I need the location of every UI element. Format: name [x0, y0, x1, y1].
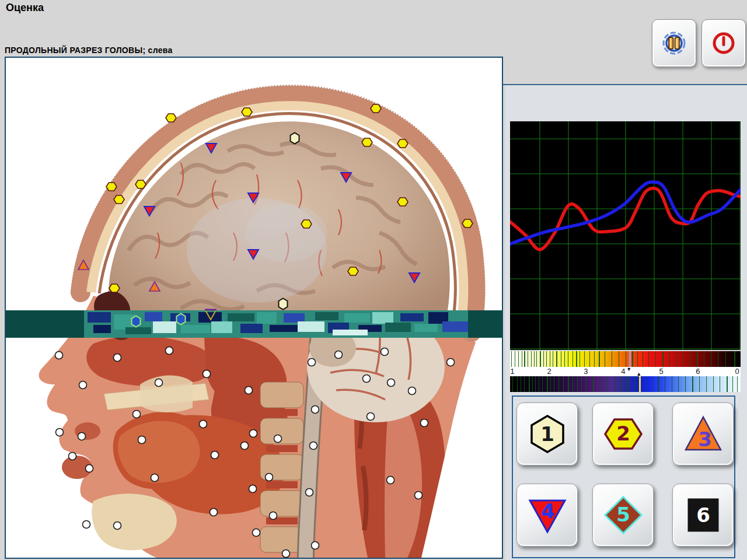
marker-circle-white[interactable] [270, 512, 277, 520]
spectrum-tick [573, 376, 573, 392]
marker-button-4[interactable]: 4 [516, 484, 578, 547]
spectrum-tick [732, 376, 733, 392]
marker-hex-yellow[interactable] [348, 267, 358, 275]
marker-circle-white[interactable] [166, 347, 173, 355]
spectrum-tick [568, 351, 568, 367]
marker-circle-white[interactable] [421, 419, 428, 427]
marker-circle-white[interactable] [245, 387, 253, 394]
marker-circle-white[interactable] [266, 474, 273, 481]
marker-circle-white[interactable] [363, 375, 371, 383]
scale-label: 2 [547, 367, 551, 376]
marker-hex-yellow[interactable] [109, 284, 120, 292]
marker-circle-white[interactable] [200, 421, 207, 428]
marker-hex-yellow[interactable] [135, 180, 146, 188]
marker-circle-white[interactable] [388, 379, 395, 387]
panel-divider [503, 84, 747, 85]
head-illustration[interactable] [6, 58, 502, 558]
marker-circle-white[interactable] [312, 406, 319, 414]
section-label: ПРОДОЛЬНЫЙ РАЗРЕЗ ГОЛОВЫ; слева [5, 46, 173, 55]
spectrum-tick [713, 376, 714, 392]
spectrum-tick [524, 376, 525, 392]
marker-hex-yellow[interactable] [462, 219, 473, 228]
marker-button-1[interactable]: 1 [516, 402, 578, 466]
marker-circle-white[interactable] [203, 370, 211, 378]
marker-circle-white[interactable] [312, 542, 319, 550]
marker-circle-white[interactable] [249, 485, 257, 493]
marker-circle-white[interactable] [211, 452, 219, 459]
marker-button-4-label: 4 [541, 499, 555, 523]
head-section-panel[interactable] [5, 57, 503, 559]
marker-hex-blue[interactable] [177, 314, 186, 325]
marker-hex-yellow[interactable] [362, 138, 372, 146]
marker-circle-white[interactable] [415, 492, 423, 499]
marker-button-6-label: 6 [696, 503, 710, 527]
marker-circle-white[interactable] [151, 474, 159, 482]
scale-label: 6 [696, 367, 700, 376]
diamond-icon: 5 [603, 495, 644, 536]
marker-circle-white[interactable] [367, 413, 375, 421]
marker-circle-white[interactable] [447, 359, 455, 366]
marker-circle-white[interactable] [114, 522, 121, 530]
marker-hex-pale[interactable] [279, 299, 288, 310]
scan-band [6, 310, 502, 338]
marker-hex-yellow[interactable] [301, 220, 312, 228]
marker-circle-white[interactable] [250, 430, 257, 438]
marker-circle-white[interactable] [335, 351, 343, 359]
spectrum-tick [515, 351, 515, 367]
marker-circle-white[interactable] [210, 509, 218, 516]
marker-hex-yellow[interactable] [397, 198, 408, 206]
marker-circle-white[interactable] [114, 354, 121, 362]
marker-circle-white[interactable] [241, 442, 249, 450]
spectrum-tick [532, 376, 533, 392]
pause-resume-button[interactable] [652, 19, 696, 67]
marker-circle-white[interactable] [387, 477, 395, 484]
marker-circle-white[interactable] [306, 489, 313, 496]
marker-circle-white[interactable] [381, 348, 389, 356]
marker-circle-white[interactable] [310, 442, 317, 450]
marker-hex-yellow[interactable] [371, 104, 381, 113]
marker-hex-pale[interactable] [291, 133, 299, 144]
marker-circle-white[interactable] [69, 453, 76, 460]
marker-circle-white[interactable] [79, 382, 87, 389]
spectrum-tick [727, 376, 728, 392]
marker-hex-yellow[interactable] [114, 195, 124, 204]
marker-button-5[interactable]: 5 [592, 484, 654, 547]
spectrum-tick [584, 351, 585, 367]
spectrum-tick [607, 376, 608, 392]
marker-hex-blue[interactable] [132, 316, 141, 327]
power-button[interactable] [701, 19, 746, 67]
spectrum-tick [626, 351, 626, 367]
marker-circle-white[interactable] [155, 379, 163, 387]
marker-button-5-label: 5 [616, 503, 630, 526]
spectrum-bar-bottom [510, 376, 741, 392]
marker-circle-white[interactable] [274, 435, 282, 443]
spectrum-tick [547, 376, 548, 392]
marker-hex-yellow[interactable] [166, 114, 176, 122]
marker-hex-yellow[interactable] [397, 139, 408, 148]
marker-circle-white[interactable] [55, 352, 63, 359]
marker-circle-white[interactable] [86, 465, 93, 473]
spectrum-tick [658, 376, 659, 392]
marker-circle-white[interactable] [78, 433, 86, 440]
marker-circle-white[interactable] [253, 529, 260, 537]
marker-button-2[interactable]: 2 [592, 402, 654, 466]
spectrum-tick [581, 376, 582, 392]
page-title: Оценка [6, 2, 44, 14]
marker-circle-white[interactable] [133, 411, 141, 418]
marker-button-3[interactable]: 3 [672, 402, 734, 466]
hexagon-wide-icon: 2 [603, 414, 644, 454]
marker-button-6[interactable]: 6 [672, 484, 734, 547]
scale-label: 3 [584, 367, 588, 376]
marker-circle-white[interactable] [308, 359, 316, 366]
marker-circle-white[interactable] [83, 521, 90, 528]
spectrum-tick [690, 351, 690, 367]
marker-circle-white[interactable] [409, 387, 416, 395]
scale-pointer-down-icon: ▼ [626, 367, 631, 372]
marker-hex-yellow[interactable] [106, 183, 117, 191]
spectrum-tick [522, 351, 522, 367]
spectrum-tick [529, 376, 530, 392]
marker-circle-white[interactable] [138, 436, 146, 444]
marker-circle-white[interactable] [282, 550, 290, 558]
marker-hex-yellow[interactable] [242, 108, 252, 116]
marker-circle-white[interactable] [56, 429, 64, 436]
